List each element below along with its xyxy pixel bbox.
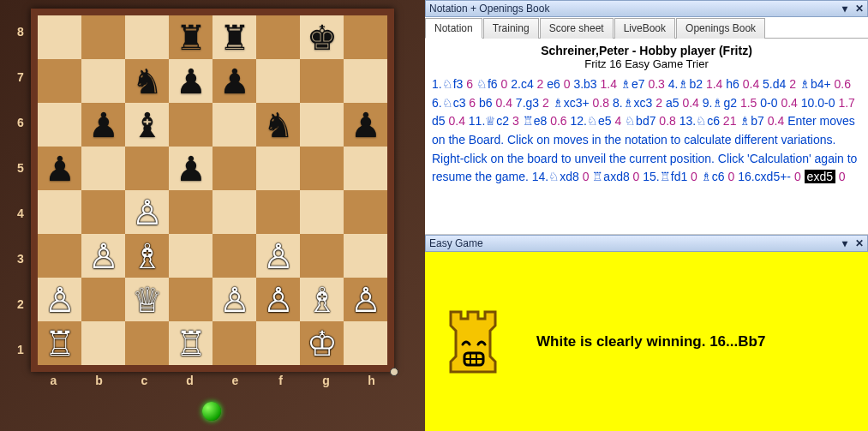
square-d8[interactable]: ♜ <box>169 15 213 59</box>
piece[interactable]: ♜ <box>176 21 207 55</box>
square-d3[interactable] <box>169 234 213 278</box>
square-h5[interactable] <box>344 147 387 190</box>
square-g5[interactable] <box>300 147 344 190</box>
piece[interactable]: ♕ <box>132 283 163 317</box>
square-g8[interactable]: ♚ <box>300 15 344 59</box>
easy-game-pane-header[interactable]: Easy Game ▾ ✕ <box>425 235 868 252</box>
piece[interactable]: ♞ <box>263 108 294 142</box>
square-c1[interactable] <box>125 321 169 365</box>
square-d4[interactable] <box>169 190 213 234</box>
pane-close-icon[interactable]: ✕ <box>855 237 864 249</box>
piece[interactable]: ♙ <box>45 283 75 317</box>
square-g3[interactable] <box>300 234 344 278</box>
square-h1[interactable] <box>344 321 387 365</box>
move-notation[interactable]: 1.♘f3 6 ♘f6 0 2.c4 2 e6 0 3.b3 1.4 ♗e7 0… <box>425 72 868 235</box>
square-h6[interactable]: ♟ <box>344 103 387 147</box>
square-b1[interactable] <box>81 321 125 365</box>
piece[interactable]: ♔ <box>307 326 338 361</box>
square-a4[interactable] <box>38 190 81 234</box>
square-e5[interactable] <box>213 147 256 190</box>
square-b2[interactable] <box>81 278 125 321</box>
square-g4[interactable] <box>300 190 344 234</box>
square-a6[interactable] <box>38 103 81 147</box>
piece[interactable]: ♟ <box>176 64 207 99</box>
square-f3[interactable]: ♙ <box>256 234 300 278</box>
square-e4[interactable] <box>213 190 256 234</box>
square-a8[interactable] <box>38 15 81 59</box>
square-a7[interactable] <box>38 59 81 103</box>
piece[interactable]: ♚ <box>307 21 338 55</box>
piece[interactable]: ♖ <box>45 326 75 361</box>
square-f2[interactable]: ♙ <box>256 278 300 321</box>
pane-minimize-icon[interactable]: ▾ <box>842 237 847 249</box>
square-c6[interactable]: ♝ <box>125 103 169 147</box>
square-h4[interactable] <box>344 190 387 234</box>
chess-board[interactable]: ♜♜♚♞♟♟♟♝♞♟♟♟♙♙♗♙♙♕♙♙♗♙♖♖♔ <box>31 9 394 372</box>
square-e8[interactable]: ♜ <box>213 15 256 59</box>
square-a1[interactable]: ♖ <box>38 321 81 365</box>
piece[interactable]: ♟ <box>45 152 75 186</box>
square-d7[interactable]: ♟ <box>169 59 213 103</box>
piece[interactable]: ♟ <box>176 152 207 186</box>
square-e6[interactable] <box>213 103 256 147</box>
piece[interactable]: ♗ <box>132 239 163 273</box>
square-a5[interactable]: ♟ <box>38 147 81 190</box>
square-e1[interactable] <box>213 321 256 365</box>
square-c2[interactable]: ♕ <box>125 278 169 321</box>
piece[interactable]: ♙ <box>263 239 294 273</box>
piece[interactable]: ♞ <box>132 64 163 99</box>
square-b7[interactable] <box>81 59 125 103</box>
square-c8[interactable] <box>125 15 169 59</box>
square-e3[interactable] <box>213 234 256 278</box>
piece[interactable]: ♟ <box>88 108 119 142</box>
piece[interactable]: ♜ <box>219 21 250 55</box>
tab-training[interactable]: Training <box>483 18 539 39</box>
square-d1[interactable]: ♖ <box>169 321 213 365</box>
square-b3[interactable]: ♙ <box>81 234 125 278</box>
square-e7[interactable]: ♟ <box>213 59 256 103</box>
square-d2[interactable] <box>169 278 213 321</box>
square-g6[interactable] <box>300 103 344 147</box>
square-b8[interactable] <box>81 15 125 59</box>
square-g7[interactable] <box>300 59 344 103</box>
piece[interactable]: ♙ <box>263 283 294 317</box>
piece[interactable]: ♟ <box>350 108 381 142</box>
square-f4[interactable] <box>256 190 300 234</box>
piece[interactable]: ♙ <box>350 283 381 317</box>
piece[interactable]: ♙ <box>88 239 119 273</box>
piece[interactable]: ♙ <box>219 283 250 317</box>
tab-openings-book[interactable]: Openings Book <box>676 18 765 39</box>
square-f5[interactable] <box>256 147 300 190</box>
pane-close-icon[interactable]: ✕ <box>855 3 864 15</box>
square-c4[interactable]: ♙ <box>125 190 169 234</box>
square-f7[interactable] <box>256 59 300 103</box>
piece[interactable]: ♖ <box>176 326 207 361</box>
square-h2[interactable]: ♙ <box>344 278 387 321</box>
square-h7[interactable] <box>344 59 387 103</box>
square-e2[interactable]: ♙ <box>213 278 256 321</box>
square-b4[interactable] <box>81 190 125 234</box>
square-g2[interactable]: ♗ <box>300 278 344 321</box>
square-d5[interactable]: ♟ <box>169 147 213 190</box>
piece[interactable]: ♟ <box>219 64 250 99</box>
square-d6[interactable] <box>169 103 213 147</box>
square-a3[interactable] <box>38 234 81 278</box>
square-c7[interactable]: ♞ <box>125 59 169 103</box>
square-c3[interactable]: ♗ <box>125 234 169 278</box>
square-h3[interactable] <box>344 234 387 278</box>
tab-livebook[interactable]: LiveBook <box>614 18 675 39</box>
square-f6[interactable]: ♞ <box>256 103 300 147</box>
square-c5[interactable] <box>125 147 169 190</box>
square-f1[interactable] <box>256 321 300 365</box>
piece[interactable]: ♙ <box>132 195 163 230</box>
square-g1[interactable]: ♔ <box>300 321 344 365</box>
square-b6[interactable]: ♟ <box>81 103 125 147</box>
tab-score-sheet[interactable]: Score sheet <box>540 18 614 39</box>
piece[interactable]: ♗ <box>307 283 338 317</box>
square-b5[interactable] <box>81 147 125 190</box>
notation-pane-header[interactable]: Notation + Openings Book ▾ ✕ <box>425 0 868 17</box>
piece[interactable]: ♝ <box>132 108 163 142</box>
square-h8[interactable] <box>344 15 387 59</box>
square-f8[interactable] <box>256 15 300 59</box>
tab-notation[interactable]: Notation <box>425 18 482 39</box>
